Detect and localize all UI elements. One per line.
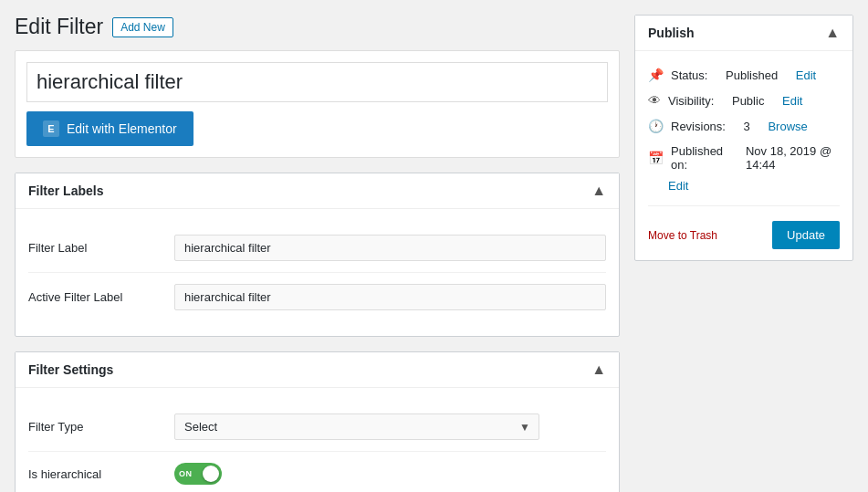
sidebar-divider xyxy=(648,205,840,206)
active-filter-label-label: Active Filter Label xyxy=(28,290,174,304)
filter-labels-title: Filter Labels xyxy=(28,183,103,198)
visibility-icon: 👁 xyxy=(648,93,661,108)
filter-settings-toggle[interactable]: ▲ xyxy=(591,361,606,378)
filter-settings-panel: Filter Settings ▲ Filter Type Select Che… xyxy=(15,351,620,492)
status-value: Published xyxy=(726,68,778,82)
edit-with-elementor-button[interactable]: E Edit with Elementor xyxy=(26,111,193,146)
elementor-icon: E xyxy=(43,120,59,137)
filter-labels-toggle[interactable]: ▲ xyxy=(591,183,606,199)
status-label: Status: xyxy=(671,68,707,82)
filter-type-row: Filter Type Select Checkbox Radio Dropdo… xyxy=(28,403,606,452)
title-input-wrap: E Edit with Elementor xyxy=(15,50,620,158)
revisions-row: 🕐 Revisions: 3 Browse xyxy=(648,113,840,139)
filter-settings-title: Filter Settings xyxy=(28,362,113,377)
is-hierarchical-row: Is hierarchical ON xyxy=(28,452,606,492)
filter-labels-panel-header: Filter Labels ▲ xyxy=(16,173,619,209)
toggle-track: ON xyxy=(174,463,222,485)
filter-type-label: Filter Type xyxy=(28,420,174,434)
elementor-button-label: Edit with Elementor xyxy=(67,121,177,136)
filter-label-control xyxy=(174,235,606,261)
revisions-value: 3 xyxy=(744,120,750,133)
active-filter-label-input[interactable] xyxy=(174,284,606,310)
published-on-row: 📅 Published on: Nov 18, 2019 @ 14:44 Edi… xyxy=(648,139,840,198)
add-new-button[interactable]: Add New xyxy=(112,17,173,37)
publish-panel-title: Publish xyxy=(648,26,695,40)
post-title-input[interactable] xyxy=(26,62,608,102)
publish-panel-toggle[interactable]: ▲ xyxy=(825,25,840,41)
page-header: Edit Filter Add New xyxy=(15,15,620,39)
filter-labels-panel: Filter Labels ▲ Filter Label Active Filt… xyxy=(15,173,620,337)
page-title: Edit Filter xyxy=(15,15,103,39)
is-hierarchical-label: Is hierarchical xyxy=(28,467,174,481)
sidebar-column: Publish ▲ 📌 Status: Published Edit 👁 Vis… xyxy=(634,15,853,492)
published-on-label: Published on: xyxy=(671,144,727,172)
is-hierarchical-control: ON xyxy=(174,463,606,485)
publish-panel: Publish ▲ 📌 Status: Published Edit 👁 Vis… xyxy=(634,15,853,261)
status-icon: 📌 xyxy=(648,68,664,82)
visibility-row: 👁 Visibility: Public Edit xyxy=(648,88,840,113)
published-on-value: Nov 18, 2019 @ 14:44 xyxy=(746,144,840,172)
publish-panel-body: 📌 Status: Published Edit 👁 Visibility: P… xyxy=(635,51,852,260)
is-hierarchical-toggle-wrap: ON xyxy=(174,463,606,485)
sidebar-actions: Move to Trash Update xyxy=(648,214,840,249)
filter-type-select-wrap: Select Checkbox Radio Dropdown ▼ xyxy=(174,413,539,440)
visibility-label: Visibility: xyxy=(668,94,714,108)
publish-panel-header: Publish ▲ xyxy=(635,16,852,51)
active-filter-label-control xyxy=(174,284,606,310)
revisions-browse-link[interactable]: Browse xyxy=(768,120,807,133)
filter-labels-body: Filter Label Active Filter Label xyxy=(16,209,619,336)
update-button[interactable]: Update xyxy=(772,221,840,249)
filter-settings-panel-header: Filter Settings ▲ xyxy=(16,352,619,388)
revisions-label: Revisions: xyxy=(671,120,726,133)
toggle-on-label: ON xyxy=(179,469,193,478)
toggle-thumb xyxy=(203,466,219,482)
status-row: 📌 Status: Published Edit xyxy=(648,62,840,88)
filter-label-row: Filter Label xyxy=(28,224,606,273)
filter-type-select[interactable]: Select Checkbox Radio Dropdown xyxy=(174,413,539,440)
is-hierarchical-toggle[interactable]: ON xyxy=(174,463,222,485)
filter-type-control: Select Checkbox Radio Dropdown ▼ xyxy=(174,413,606,440)
visibility-edit-link[interactable]: Edit xyxy=(782,94,802,108)
revisions-icon: 🕐 xyxy=(648,119,664,133)
status-edit-link[interactable]: Edit xyxy=(796,68,816,82)
published-on-edit-link[interactable]: Edit xyxy=(668,179,688,193)
move-to-trash-link[interactable]: Move to Trash xyxy=(648,229,717,242)
filter-label-label: Filter Label xyxy=(28,241,174,255)
published-on-icon: 📅 xyxy=(648,151,664,165)
visibility-value: Public xyxy=(732,94,764,108)
active-filter-label-row: Active Filter Label xyxy=(28,273,606,321)
filter-label-input[interactable] xyxy=(174,235,606,261)
filter-settings-body: Filter Type Select Checkbox Radio Dropdo… xyxy=(16,388,619,492)
